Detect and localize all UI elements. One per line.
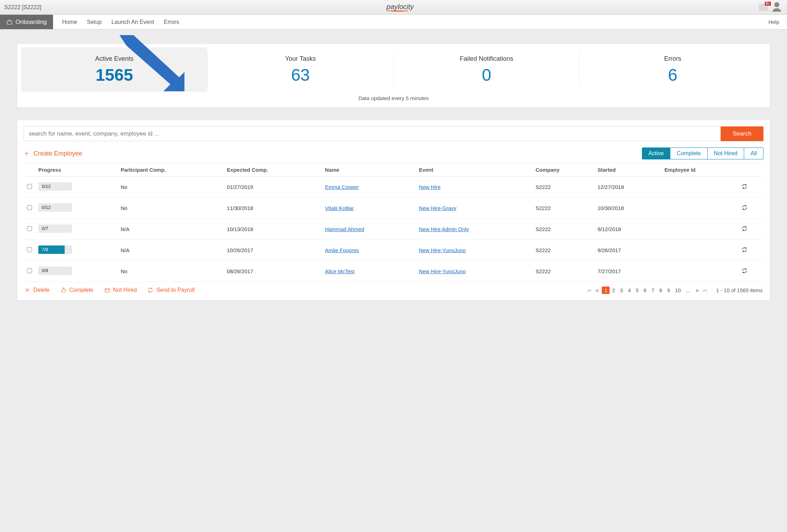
- progress-bar: 0/7: [38, 224, 72, 233]
- expected-cell: 01/27/2019: [224, 177, 322, 198]
- events-panel: Search Create Employee ActiveCompleteNot…: [17, 120, 770, 301]
- participant-cell: N/A: [118, 219, 224, 240]
- page-6[interactable]: 6: [641, 287, 649, 294]
- refresh-row-icon[interactable]: [741, 185, 748, 191]
- pager: ⏮ ◀ 12345678910... ▶ ⏭ 1 - 10 of 1565 it…: [587, 287, 763, 293]
- event-link[interactable]: New Hire Admin Only: [419, 226, 469, 232]
- column-header[interactable]: Name: [322, 163, 416, 177]
- event-link[interactable]: New Hire: [419, 184, 441, 190]
- refresh-row-icon[interactable]: [741, 227, 748, 233]
- stat-active-events[interactable]: Active Events1565: [21, 47, 207, 92]
- started-cell: 10/30/2018: [595, 198, 662, 219]
- page-...[interactable]: ...: [683, 287, 693, 294]
- progress-bar: 0/9: [38, 267, 72, 275]
- name-link[interactable]: Emma Cooper: [325, 184, 359, 190]
- column-header[interactable]: Event: [416, 163, 533, 177]
- company-cell: S2222: [533, 240, 595, 261]
- started-cell: 7/27/2017: [595, 261, 662, 282]
- started-cell: 12/27/2018: [595, 177, 662, 198]
- nav-link-errors[interactable]: Errors: [164, 19, 179, 25]
- company-cell: S2222: [533, 177, 595, 198]
- column-header[interactable]: Participant Comp.: [118, 163, 224, 177]
- column-header[interactable]: Progress: [35, 163, 118, 177]
- svg-rect-3: [105, 289, 109, 293]
- complete-action[interactable]: Complete: [60, 287, 93, 293]
- column-header[interactable]: Employee Id: [662, 163, 738, 177]
- stat-failed-notifications[interactable]: Failed Notifications0: [394, 47, 580, 92]
- pager-first-icon[interactable]: ⏮: [587, 288, 591, 293]
- pager-prev-icon[interactable]: ◀: [595, 288, 598, 293]
- refresh-row-icon[interactable]: [741, 248, 748, 254]
- sync-icon: [147, 287, 154, 293]
- search-input[interactable]: [24, 126, 721, 141]
- page-4[interactable]: 4: [625, 287, 633, 294]
- stat-your-tasks[interactable]: Your Tasks63: [208, 47, 393, 92]
- name-link[interactable]: Vitalii Kotliar: [325, 205, 354, 211]
- paylocity-logo: paylocity: [386, 3, 414, 12]
- participant-cell: No: [118, 261, 224, 282]
- filter-not-hired[interactable]: Not Hired: [708, 147, 744, 159]
- column-header[interactable]: Expected Comp.: [224, 163, 322, 177]
- table-row: 0/12No11/30/2018Vitalii KotliarNew Hire-…: [24, 198, 763, 219]
- row-checkbox[interactable]: [27, 184, 32, 189]
- event-link[interactable]: New Hire-YunoJuno: [419, 247, 466, 253]
- not-hired-action[interactable]: Not Hired: [104, 287, 137, 293]
- filter-active[interactable]: Active: [642, 147, 671, 159]
- page-3[interactable]: 3: [618, 287, 625, 294]
- expected-cell: 08/26/2017: [224, 261, 322, 282]
- filter-all[interactable]: All: [744, 147, 763, 159]
- nav-bar: Onboarding HomeSetupLaunch An EventError…: [0, 15, 787, 29]
- events-table: ProgressParticipant Comp.Expected Comp.N…: [24, 163, 763, 282]
- event-link[interactable]: New Hire-YunoJuno: [419, 268, 466, 274]
- name-link[interactable]: Alice McTest: [325, 268, 355, 274]
- row-checkbox[interactable]: [27, 268, 32, 273]
- name-link[interactable]: Amlie Fougres: [325, 247, 359, 253]
- page-9[interactable]: 9: [665, 287, 672, 294]
- delete-action[interactable]: Delete: [24, 287, 50, 293]
- page-5[interactable]: 5: [633, 287, 641, 294]
- row-checkbox[interactable]: [27, 226, 32, 231]
- company-cell: S2222: [533, 219, 595, 240]
- page-8[interactable]: 8: [657, 287, 665, 294]
- svg-rect-1: [7, 21, 12, 24]
- name-link[interactable]: Hammad Ahmed: [325, 226, 364, 232]
- refresh-row-icon[interactable]: [741, 206, 748, 212]
- page-7[interactable]: 7: [649, 287, 657, 294]
- nav-link-launch-an-event[interactable]: Launch An Event: [111, 19, 154, 25]
- refresh-row-icon[interactable]: [741, 269, 748, 275]
- row-checkbox[interactable]: [27, 205, 32, 210]
- page-1[interactable]: 1: [602, 287, 610, 294]
- filter-complete[interactable]: Complete: [670, 147, 707, 159]
- pager-last-icon[interactable]: ⏭: [703, 288, 708, 293]
- column-header[interactable]: [739, 163, 763, 177]
- nav-link-setup[interactable]: Setup: [87, 19, 102, 25]
- nav-link-home[interactable]: Home: [62, 19, 77, 25]
- x-icon: [24, 287, 31, 293]
- column-header[interactable]: Started: [595, 163, 662, 177]
- updated-text: Data updated every 5 minutes: [17, 94, 770, 107]
- row-checkbox[interactable]: [27, 247, 32, 252]
- pager-items-text: 1 - 10 of 1565 items: [716, 287, 763, 293]
- event-link[interactable]: New Hire-Gravy: [419, 205, 456, 211]
- employee-id-cell: [662, 219, 738, 240]
- create-employee-button[interactable]: Create Employee: [24, 150, 82, 157]
- stat-errors[interactable]: Errors6: [580, 47, 766, 92]
- module-brand[interactable]: Onboarding: [0, 15, 53, 29]
- notifications-icon[interactable]: 9+: [759, 4, 768, 11]
- participant-cell: N/A: [118, 240, 224, 261]
- page-2[interactable]: 2: [610, 287, 617, 294]
- user-avatar-icon[interactable]: [771, 1, 783, 14]
- page-10[interactable]: 10: [672, 287, 683, 294]
- send-to-payroll-action[interactable]: Send to Payroll: [147, 287, 195, 293]
- archive-icon: [104, 287, 110, 293]
- help-link[interactable]: Help: [761, 15, 787, 29]
- top-bar: S2222 [S2222] paylocity 9+: [0, 0, 787, 15]
- search-button[interactable]: Search: [721, 126, 763, 141]
- employee-id-cell: [662, 177, 738, 198]
- column-header[interactable]: Company: [533, 163, 595, 177]
- progress-bar: 0/12: [38, 203, 72, 212]
- employee-id-cell: [662, 261, 738, 282]
- pager-next-icon[interactable]: ▶: [696, 288, 700, 293]
- participant-cell: No: [118, 177, 224, 198]
- table-row: 0/9No08/26/2017Alice McTestNew Hire-Yuno…: [24, 261, 763, 282]
